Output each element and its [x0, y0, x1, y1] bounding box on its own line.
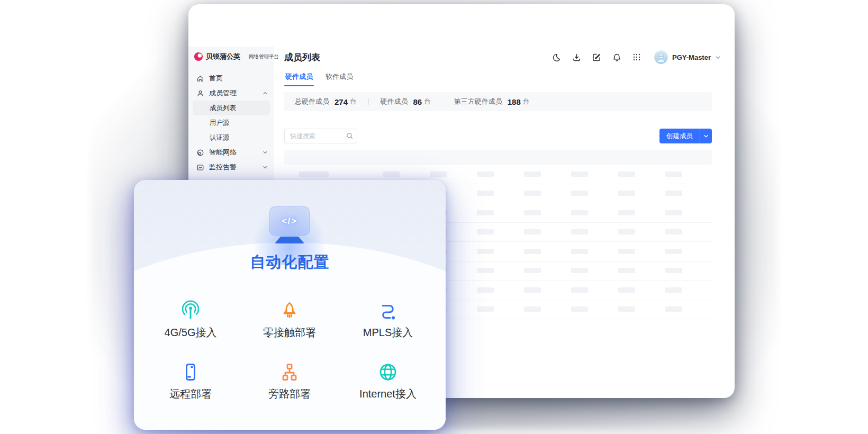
stat-hardware: 硬件成员 86 台 — [381, 97, 431, 106]
feature-4g5g-access: 4G/5G接入 — [143, 299, 238, 340]
skeleton-cell — [477, 171, 494, 177]
skeleton-cell — [477, 191, 494, 196]
skeleton-cell — [571, 287, 588, 293]
chevron-down-icon — [263, 150, 268, 155]
sidebar-menu: 首页 成员管理 成员列表 用户源 认 — [193, 71, 270, 175]
skeleton-cell — [665, 249, 682, 254]
skeleton-cell — [477, 306, 494, 312]
window-top-band — [188, 4, 735, 47]
username: PGY-Master — [672, 53, 711, 61]
skeleton-cell — [299, 171, 329, 177]
skeleton-cell — [383, 171, 400, 177]
create-member-dropdown[interactable] — [700, 129, 712, 143]
skeleton-cell — [524, 210, 541, 215]
tabs: 硬件成员 软件成员 — [284, 69, 712, 86]
skeleton-cell — [618, 249, 635, 254]
header-actions: PGY-Master — [551, 50, 721, 64]
sidebar-item-auth-source[interactable]: 认证源 — [193, 130, 270, 145]
feature-internet-access: Internet接入 — [340, 360, 436, 401]
promo-title: 自动化配置 — [134, 252, 446, 273]
skeleton-cell — [571, 306, 588, 312]
globe-icon — [340, 360, 436, 383]
download-icon[interactable] — [572, 52, 581, 62]
chevron-up-icon — [263, 91, 268, 96]
skeleton-cell — [524, 191, 541, 196]
skeleton-cell — [618, 306, 635, 312]
skeleton-cell — [665, 306, 682, 312]
skeleton-cell — [618, 191, 635, 196]
skeleton-cell — [571, 268, 588, 273]
sidebar-item-monitor-alert[interactable]: 监控告警 — [193, 160, 270, 175]
sidebar-item-label: 用户源 — [210, 119, 230, 128]
rocket-icon — [242, 299, 337, 321]
skeleton-cell — [571, 249, 588, 254]
promo-card-automation: </> 自动化配置 4G/5G接入 零接触部署 MPLS接入 远程部署 旁路部署 — [134, 180, 446, 430]
skeleton-cell — [477, 249, 494, 254]
skeleton-cell — [618, 210, 635, 215]
dark-mode-icon[interactable] — [551, 52, 561, 62]
skeleton-cell — [524, 268, 541, 273]
stats-bar: 总硬件成员 274 台 硬件成员 86 台 第三方硬件成员 188 台 — [284, 92, 712, 111]
brand-name: 贝锐蒲公英 — [206, 52, 240, 61]
chevron-down-icon — [263, 165, 268, 170]
skeleton-cell — [618, 171, 635, 177]
skeleton-cell — [524, 287, 541, 293]
notification-bell-icon[interactable] — [612, 52, 621, 62]
skeleton-cell — [571, 210, 588, 215]
stat-total-hardware: 总硬件成员 274 台 — [295, 97, 357, 106]
sidebar-item-label: 认证源 — [210, 133, 230, 142]
monitor-code-icon: </> — [269, 206, 310, 236]
table-header — [284, 150, 712, 165]
sidebar-item-label: 首页 — [209, 74, 223, 83]
create-member-label[interactable]: 创建成员 — [659, 129, 700, 143]
skeleton-cell — [477, 229, 494, 234]
user-menu[interactable]: PGY-Master — [654, 50, 721, 64]
skeleton-cell — [665, 210, 682, 215]
page-title: 成员列表 — [284, 51, 320, 64]
skeleton-cell — [477, 287, 494, 293]
brand-logo-icon — [194, 52, 203, 61]
feature-remote-deploy: 远程部署 — [143, 360, 238, 401]
tab-software-members[interactable]: 软件成员 — [324, 69, 354, 86]
skeleton-cell — [618, 287, 635, 293]
skeleton-cell — [571, 229, 588, 234]
skeleton-cell — [571, 171, 588, 177]
sidebar-item-smart-network[interactable]: 智能网络 — [193, 145, 270, 160]
feature-mpls-access: MPLS接入 — [340, 299, 436, 340]
sidebar-item-label: 智能网络 — [209, 148, 237, 157]
skeleton-cell — [618, 229, 635, 234]
toolbar: 创建成员 — [284, 129, 712, 143]
compose-edit-icon[interactable] — [592, 52, 601, 62]
skeleton-cell — [524, 249, 541, 254]
skeleton-cell — [618, 268, 635, 273]
feature-bypass-deploy: 旁路部署 — [242, 360, 337, 401]
skeleton-cell — [524, 306, 541, 312]
search-icon — [346, 132, 353, 139]
sidebar-item-member-management[interactable]: 成员管理 — [193, 86, 270, 101]
stat-divider — [368, 98, 369, 105]
skeleton-cell — [477, 268, 494, 273]
skeleton-cell — [665, 191, 682, 196]
skeleton-cell — [665, 171, 682, 177]
create-member-button[interactable]: 创建成员 — [659, 129, 712, 143]
brand-logo: 贝锐蒲公英 网络管理平台 — [193, 47, 270, 67]
skeleton-cell — [665, 229, 682, 234]
tab-hardware-members[interactable]: 硬件成员 — [284, 69, 314, 86]
search-box — [284, 129, 357, 143]
sidebar-item-home[interactable]: 首页 — [193, 71, 270, 86]
monitor-chart-icon — [196, 163, 204, 171]
sidebar-item-label: 成员列表 — [210, 104, 236, 113]
apps-grid-icon[interactable] — [632, 52, 641, 62]
network-icon — [196, 148, 204, 157]
skeleton-cell — [524, 171, 541, 177]
skeleton-cell — [665, 287, 682, 293]
avatar — [654, 50, 668, 64]
broadcast-antenna-icon — [143, 299, 238, 321]
stat-third-party-hardware: 第三方硬件成员 188 台 — [454, 97, 530, 106]
skeleton-cell — [665, 268, 682, 273]
sidebar-item-member-list[interactable]: 成员列表 — [193, 101, 270, 115]
skeleton-cell — [430, 171, 447, 177]
skeleton-cell — [477, 210, 494, 215]
sidebar-item-user-source[interactable]: 用户源 — [193, 115, 270, 130]
smartphone-icon — [143, 360, 238, 383]
